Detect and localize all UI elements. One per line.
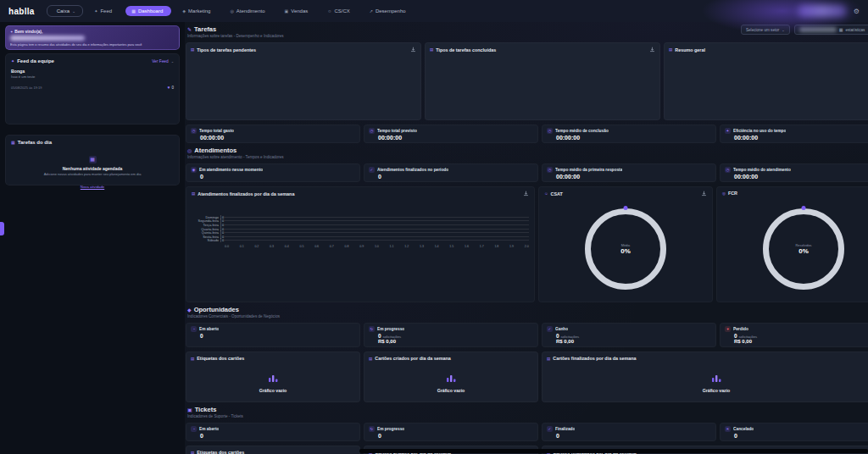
nav-item-label: Atendimento xyxy=(236,8,265,14)
dashboard-controls: Selecione um setor ⌄ ▦ estatísticas xyxy=(741,25,868,35)
nav-item-icon: ▦ xyxy=(131,8,136,14)
empty-chart-card: ▤ Etiquetas dos cartões Gráfico vazio xyxy=(186,352,360,402)
nav-item[interactable]: ▣ Vendas xyxy=(279,6,317,16)
metric-card: ◷ Tempo médio da primeira resposta 00:00… xyxy=(542,163,716,182)
app-logo[interactable]: hablla xyxy=(8,7,35,16)
stats-button-label: estatísticas xyxy=(845,28,865,32)
metric-value: 00:00:00 xyxy=(556,174,711,180)
nav-item-icon: ◈ xyxy=(182,8,186,14)
bar-chart-icon: ▤ xyxy=(192,191,195,196)
opportunity-metric-card: ♥ Perdido 0 solicitações R$ 0,00 xyxy=(720,323,868,347)
nav-item-icon: ↗ xyxy=(370,8,373,14)
download-icon[interactable] xyxy=(649,47,655,53)
post-subtitle: Isso é um teste xyxy=(11,75,174,79)
clock-icon: ◷ xyxy=(369,128,375,134)
metric-icon: ↻ xyxy=(369,426,375,432)
bar-chart-plot: Domingo0Segunda-feira0Terça-feira0Quarta… xyxy=(192,215,529,242)
metric-card: ✓ Finalizado 0 xyxy=(542,423,716,441)
chevron-down-icon[interactable]: ⌄ xyxy=(171,59,174,64)
sector-select[interactable]: Selecione um setor ⌄ xyxy=(741,25,790,35)
donut-marker xyxy=(624,206,628,210)
new-activity-link[interactable]: Nova atividade xyxy=(81,185,104,189)
tasks-day-title: Tarefas do dia xyxy=(18,140,52,145)
metric-card: ↻ Em progresso 0 xyxy=(364,423,538,441)
metric-value: 0 xyxy=(200,174,355,180)
metric-icon: ◔ xyxy=(191,326,197,332)
metric-value: 00:00:00 xyxy=(200,135,355,141)
empty-bar-chart-icon xyxy=(711,374,722,383)
nav-item-label: Marketing xyxy=(188,8,210,14)
nav-item[interactable]: Caixa ⌄ xyxy=(47,5,84,17)
download-icon[interactable] xyxy=(410,47,416,53)
nav-item[interactable]: ◎ Atendimento xyxy=(224,6,273,16)
download-icon[interactable] xyxy=(523,191,529,197)
card-title: Resumo geral xyxy=(675,47,705,53)
empty-chart-card: ▤ Cartões finalizados por dia da semana … xyxy=(542,352,868,402)
topbar: hablla Caixa ⌄ ✦ Feed ▦ Dashboard ◈ Mark… xyxy=(0,0,868,22)
horizontal-scrollbar[interactable] xyxy=(359,449,868,453)
tickets-metrics-row: ◔ Em aberto 0 ↻ Em progresso 0 ✓ Finaliz… xyxy=(186,423,868,441)
chart-title: Atendimentos finalizados por dia da sema… xyxy=(198,191,294,197)
tarefas-metrics-row: ◷ Tempo total gasto 00:00:00 ◷ Tempo tot… xyxy=(186,125,868,143)
target-icon: ◎ xyxy=(722,191,726,196)
metric-card: ◷ Tempo médio de conclusão 00:00:00 xyxy=(542,125,716,143)
feed-post[interactable]: Bonga Isso é um teste 05/08/2025 às 19:1… xyxy=(11,69,174,90)
section-title: Atendimentos xyxy=(194,147,236,154)
card-title: Etiquetas dos cartões xyxy=(197,450,244,454)
sidebar-drawer-handle[interactable] xyxy=(0,222,4,235)
nav-item[interactable]: ✦ Feed xyxy=(88,6,120,16)
tasks-icon: ✎ xyxy=(187,26,192,32)
metric-label: Perdido xyxy=(733,327,748,331)
calendar-icon: ▦ xyxy=(839,27,843,32)
nav-item-label: Feed xyxy=(100,8,112,14)
list-icon: ▤ xyxy=(430,47,433,52)
metric-label: Em aberto xyxy=(199,427,219,431)
metric-icon: ✕ xyxy=(725,426,731,432)
empty-state-subtitle: Adicione novas atividades para manter se… xyxy=(11,172,174,176)
opportunity-metric-card: ◔ Em aberto 0 xyxy=(186,323,360,347)
nav-item[interactable]: ☺ CS/CX xyxy=(321,6,358,16)
csat-card: ☺ CSAT Média 0% xyxy=(538,186,713,302)
nav-item[interactable]: ▦ Dashboard xyxy=(125,6,171,16)
empty-bar-chart-icon xyxy=(446,374,457,383)
metric-count: 0 xyxy=(378,333,381,339)
weekday-bar-chart-card: ▤ Atendimentos finalizados por dia da se… xyxy=(186,186,535,302)
nav-item[interactable]: ◈ Marketing xyxy=(176,6,219,16)
oportunidades-charts-row: ▤ Etiquetas dos cartões Gráfico vazio ▤ … xyxy=(186,352,868,402)
feed-icon: ✦ xyxy=(11,58,14,64)
metric-value: 00:00:00 xyxy=(378,135,533,141)
diamond-icon: ◆ xyxy=(187,307,192,313)
main-content: Selecione um setor ⌄ ▦ estatísticas ✎ Ta… xyxy=(185,22,868,454)
metric-icon: ✓ xyxy=(369,167,375,173)
section-oportunidades-header: ◆ Oportunidades Indicadores Comerciais -… xyxy=(186,306,868,318)
metric-card: ◷ Tempo total previsto 00:00:00 xyxy=(364,125,538,143)
empty-chart-label: Gráfico vazio xyxy=(542,388,868,393)
tag-icon: ▤ xyxy=(547,357,550,361)
section-title: Tickets xyxy=(195,406,217,413)
wave-icon: ✦ xyxy=(10,30,13,34)
reaction-count: 0 xyxy=(171,86,174,90)
fcr-donut: Resolvidos 0% xyxy=(763,208,844,290)
post-date: 05/08/2025 às 19:19 xyxy=(11,86,42,90)
oportunidades-metrics-row: ◔ Em aberto 0 ↻ Em progresso 0 solicitaç… xyxy=(186,323,868,347)
metric-count: 0 xyxy=(734,333,737,339)
metric-label: Em aberto xyxy=(199,327,219,331)
metric-card: ◷ Tempo total gasto 00:00:00 xyxy=(186,125,360,143)
metric-label: Tempo médio da primeira resposta xyxy=(555,168,622,172)
clock-icon: ◷ xyxy=(191,128,197,134)
opportunity-metric-card: ↻ Em progresso 0 solicitações R$ 0,00 xyxy=(364,323,538,347)
task-type-card: ▤ Tipos de tarefas concluídas xyxy=(425,42,660,120)
settings-gear-icon[interactable]: ⚙ xyxy=(854,8,860,15)
section-title: Tarefas xyxy=(194,25,216,33)
view-feed-link[interactable]: Ver Feed xyxy=(152,59,168,64)
welcome-description: Esta página tem o resumo das atividades … xyxy=(10,42,175,47)
heart-icon[interactable]: ♥ xyxy=(168,85,170,90)
empty-chart-card: ▤ Etiquetas dos cartões xyxy=(186,446,360,454)
task-type-card: ▤ Resumo geral xyxy=(664,42,868,120)
section-subtitle: Informações sobre atendimento - Tempos e… xyxy=(187,155,868,159)
period-picker[interactable]: ▦ estatísticas xyxy=(794,25,868,35)
nav-item[interactable]: ↗ Desempenho xyxy=(364,6,415,16)
download-icon[interactable] xyxy=(701,191,707,197)
user-avatar[interactable] xyxy=(798,5,847,17)
metric-value: 0 xyxy=(556,433,711,439)
